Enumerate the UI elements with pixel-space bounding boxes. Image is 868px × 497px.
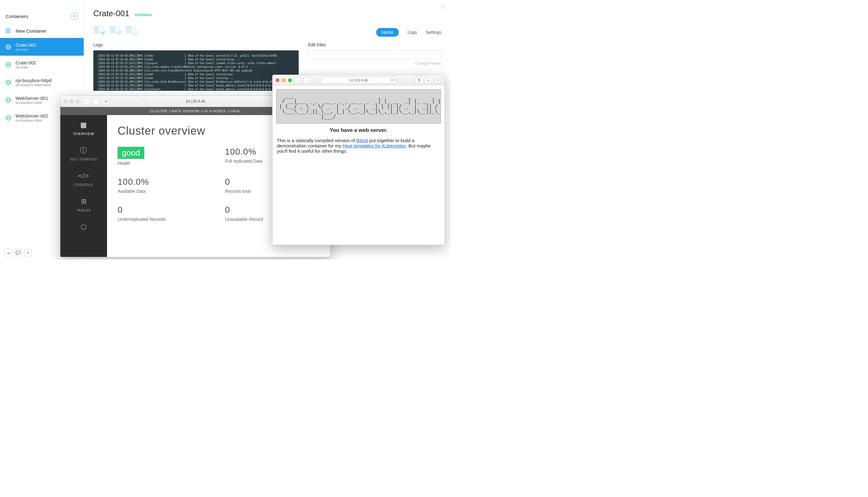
sidebar-item-rpi-busybox-httpd[interactable]: rpi-busybox-httpdrpi-busybox-httpd:lates… <box>0 73 84 91</box>
change-folders-link[interactable]: Change Folders <box>308 61 442 66</box>
sidebar-title: Containers <box>5 14 28 19</box>
new-container-button[interactable]: New Container <box>0 24 84 38</box>
metric-health: good Health <box>117 147 212 166</box>
tab-settings[interactable]: Settings <box>425 30 442 35</box>
address-text: 10.125.9.40 <box>185 99 205 103</box>
bw2-back-button[interactable]: ‹ <box>294 77 301 83</box>
newtab-icon[interactable]: ＋ <box>434 77 442 83</box>
sidenav-getstarted[interactable]: ⓘGET STARTED <box>70 146 97 161</box>
bw2-close-dot[interactable] <box>276 79 279 82</box>
code-icon: </> <box>79 172 88 180</box>
info-icon: ⓘ <box>79 146 88 155</box>
metric-under: 0 Underreplicated Records <box>117 205 212 222</box>
table-icon: ⊞ <box>79 197 88 206</box>
grid-icon: ▦ <box>79 121 88 129</box>
cluster-icon: ⬡ <box>79 223 88 231</box>
logs-heading: Logs <box>93 42 299 47</box>
bw1-zoom-dot[interactable] <box>76 100 80 103</box>
action-view-icon[interactable]: ◉ <box>93 26 103 33</box>
bw2-zoom-dot[interactable] <box>288 79 292 82</box>
crate-sidenav: ▦OVERVIEW ⓘGET STARTED </>CONSOLE ⊞TABLE… <box>60 115 107 257</box>
bw1-close-dot[interactable] <box>64 100 67 103</box>
share-icon[interactable]: ⬆ <box>415 77 423 83</box>
tab-home[interactable]: Home <box>376 28 399 37</box>
reload-icon[interactable]: ⟳ <box>391 78 394 82</box>
logs-panel: Logs [2015-03-13 07:24:56,696][INFO ][no… <box>93 42 299 91</box>
sidenav-console[interactable]: </>CONSOLE <box>74 172 93 187</box>
sidenav-tables[interactable]: ⊞TABLES <box>76 197 91 212</box>
status-ring-icon <box>6 80 11 85</box>
link-heat-templates[interactable]: Heat templates for Kubernetes <box>342 143 406 148</box>
sidebar-item-crate-001[interactable]: Crate-001rpi-crate <box>0 38 84 56</box>
metric-available: 100.0% Available Data <box>117 177 212 194</box>
info-icon[interactable]: ⓘ <box>141 98 148 104</box>
address-bar[interactable]: 10.125.9.40 ⟳ <box>321 77 396 84</box>
status-ring-icon <box>6 115 11 120</box>
bw2-min-dot[interactable] <box>282 79 285 82</box>
sidenav-cluster[interactable]: ⬡ <box>79 223 88 231</box>
action-exec-icon[interactable]: ›_ <box>126 26 136 33</box>
status-ring-icon <box>6 62 11 67</box>
link-thttpd[interactable]: thttpd <box>356 138 368 143</box>
edit-files-input[interactable] <box>308 51 442 59</box>
sidenav-overview[interactable]: ▦OVERVIEW <box>73 121 94 136</box>
container-icon <box>5 29 11 33</box>
ascii-banner: ___ _ _ _ _ / __|___ _ _ __ _ _ _ __ _ _… <box>276 89 441 124</box>
back-button[interactable]: ‹ <box>83 98 89 104</box>
congr-headline: You have a web server. <box>277 127 440 133</box>
sidebar-header: Containers + <box>0 0 84 24</box>
container-title: Crate-001 <box>93 9 129 18</box>
app-window: K Containers + New Container Crate-001rp… <box>0 0 451 259</box>
sidebar-toggle-icon[interactable]: ▥ <box>103 98 110 104</box>
bw1-min-dot[interactable] <box>70 100 73 103</box>
status-ring-icon <box>6 44 11 49</box>
browser-thttpd-window[interactable]: ‹ › 10.125.9.40 ⟳ ⬆ » ＋ ___ _ _ _ _ / __… <box>272 75 445 245</box>
tab-logs[interactable]: Logs <box>408 30 417 35</box>
status-ring-icon <box>6 98 11 103</box>
settings-icon[interactable]: ⚙ <box>24 249 32 256</box>
forward-button[interactable]: › <box>93 98 100 104</box>
cloud-icon[interactable]: ☁ <box>4 249 12 256</box>
action-restart-icon[interactable]: ↻ <box>110 26 120 33</box>
status-badge: RUNNING <box>135 13 152 17</box>
tabs-icon[interactable]: » <box>425 77 432 83</box>
congr-text: This is a statically compiled version of… <box>277 138 440 154</box>
log-terminal[interactable]: [2015-03-13 07:24:56,696][INFO ][node ] … <box>93 51 299 91</box>
edit-files-heading: Edit Files <box>308 42 442 47</box>
sidebar-item-crate-002[interactable]: Crate-002rpi-crate <box>0 56 84 73</box>
bw2-forward-button[interactable]: › <box>304 77 310 83</box>
add-container-button[interactable]: + <box>71 12 78 20</box>
feedback-icon[interactable]: 💬 <box>14 249 22 256</box>
